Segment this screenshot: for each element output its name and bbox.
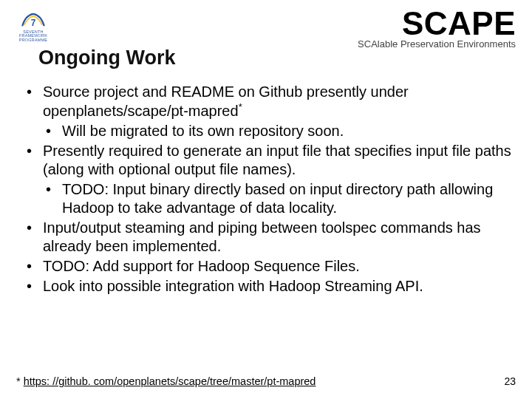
bullet-text: TODO: Add support for Hadoop Sequence Fi… <box>43 258 360 274</box>
slide-container: 7 SEVENTH FRAMEWORK PROGRAMME SCAPE SCAl… <box>0 0 532 399</box>
logo-caption: SEVENTH FRAMEWORK PROGRAMME <box>16 30 50 43</box>
footnote-link[interactable]: https: //github. com/openplanets/scape/t… <box>24 375 316 387</box>
sub-bullet-item: TODO: Input binary directly based on inp… <box>43 180 514 217</box>
sub-bullet-list: TODO: Input binary directly based on inp… <box>43 180 514 217</box>
slide-footer: * https: //github. com/openplanets/scape… <box>16 375 516 387</box>
footnote: * https: //github. com/openplanets/scape… <box>16 375 316 387</box>
logo-caption-line2: PROGRAMME <box>16 38 50 43</box>
bullet-text: Input/output steaming and piping between… <box>43 219 481 254</box>
bullet-text: Presently required to generate an input … <box>43 143 511 177</box>
bullet-text: Look into possible integration with Hado… <box>43 278 423 294</box>
bullet-item: Presently required to generate an input … <box>24 142 514 217</box>
svg-text:7: 7 <box>31 18 36 28</box>
slide-header: 7 SEVENTH FRAMEWORK PROGRAMME SCAPE SCAl… <box>16 10 516 50</box>
bullet-list: Source project and README on Github pres… <box>24 83 514 296</box>
sub-bullet-item: Will be migrated to its own repository s… <box>43 122 514 140</box>
brand-tagline: SCAlable Preservation Environments <box>358 38 516 50</box>
sub-bullet-list: Will be migrated to its own repository s… <box>43 122 514 140</box>
bullet-text: Source project and README on Github pres… <box>43 83 409 119</box>
superscript-marker: * <box>239 101 242 112</box>
fp7-logo: 7 SEVENTH FRAMEWORK PROGRAMME <box>16 12 50 43</box>
fp7-logo-icon: 7 <box>17 12 50 30</box>
bullet-item: TODO: Add support for Hadoop Sequence Fi… <box>24 257 514 276</box>
sub-bullet-text: Will be migrated to its own repository s… <box>62 123 344 139</box>
footnote-marker: * <box>16 375 24 387</box>
brand-name: SCAPE <box>358 7 516 40</box>
slide-title: Ongoing Work <box>38 47 516 69</box>
sub-bullet-text: TODO: Input binary directly based on inp… <box>62 181 493 216</box>
slide-content: Source project and README on Github pres… <box>16 83 516 296</box>
bullet-item: Source project and README on Github pres… <box>24 83 514 140</box>
page-number: 23 <box>504 375 516 387</box>
bullet-item: Input/output steaming and piping between… <box>24 219 514 256</box>
brand-block: SCAPE SCAlable Preservation Environments <box>358 7 516 50</box>
bullet-item: Look into possible integration with Hado… <box>24 277 514 296</box>
